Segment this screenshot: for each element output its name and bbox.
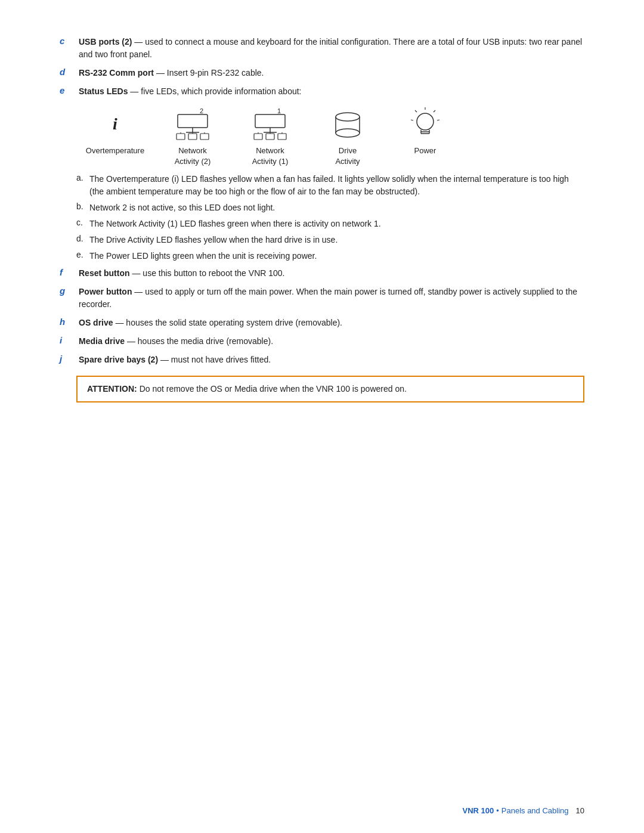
item-d-rest: — Insert 9-pin RS-232 cable. [154, 68, 264, 78]
power-icon [404, 106, 446, 142]
item-h-rest: — houses the solid state operating syste… [113, 318, 342, 327]
footer-bullet: • [496, 806, 499, 815]
item-j-label: j [60, 354, 76, 364]
svg-rect-16 [278, 134, 286, 140]
item-f-rest: — use this button to reboot the VNR 100. [130, 268, 285, 278]
item-d-text: RS-232 Comm port — Insert 9-pin RS-232 c… [79, 67, 584, 79]
svg-line-32 [415, 110, 417, 112]
drive-caption: Drive Activity [335, 145, 360, 167]
svg-rect-1 [178, 114, 208, 128]
sub-text-a: The Overtemperature (i) LED flashes yell… [89, 173, 584, 198]
power-caption: Power [414, 145, 436, 156]
item-e-bold: Status LEDs [79, 86, 128, 96]
item-h: h OS drive — houses the solid state oper… [60, 317, 584, 329]
item-f: f Reset button — use this button to rebo… [60, 267, 584, 280]
page-content: c USB ports (2) — used to connect a mous… [0, 0, 644, 460]
item-f-label: f [60, 267, 76, 277]
led-drive: Drive Activity [309, 106, 386, 167]
item-g: g Power button — used to apply or turn o… [60, 286, 584, 311]
footer-page: 10 [576, 806, 584, 815]
overtemperature-caption: Overtemperature [86, 145, 144, 156]
led-overtemperature: i Overtemperature [76, 106, 154, 156]
item-j-bold: Spare drive bays (2) [79, 355, 158, 364]
sub-text-e: The Power LED lights green when the unit… [89, 250, 584, 262]
sub-item-c: c. The Network Activity (1) LED flashes … [76, 218, 584, 230]
led-diagram: i Overtemperature 2 [76, 106, 584, 167]
item-g-rest: — used to apply or turn off the main pow… [79, 287, 577, 309]
network2-icon: 2 [172, 106, 213, 142]
item-d-bold: RS-232 Comm port [79, 68, 154, 78]
led-power: Power [386, 106, 464, 156]
overtemperature-icon: i [113, 106, 117, 142]
item-e-text: Status LEDs — five LEDs, which provide i… [79, 85, 584, 98]
item-i-bold: Media drive [79, 336, 125, 346]
drive-icon [327, 106, 369, 142]
network1-icon: 1 [249, 106, 291, 142]
sub-item-e: e. The Power LED lights green when the u… [76, 250, 584, 262]
footer-product: VNR 100 [462, 806, 494, 815]
item-e: e Status LEDs — five LEDs, which provide… [60, 85, 584, 98]
item-j: j Spare drive bays (2) — must not have d… [60, 354, 584, 366]
item-i-rest: — houses the media drive (removable). [125, 336, 273, 346]
sub-text-c: The Network Activity (1) LED flashes gre… [89, 218, 584, 230]
svg-text:2: 2 [200, 107, 203, 114]
item-e-label: e [60, 85, 76, 95]
item-j-text: Spare drive bays (2) — must not have dri… [79, 354, 584, 366]
svg-rect-4 [177, 134, 185, 140]
sub-label-a: a. [76, 173, 89, 182]
sub-label-b: b. [76, 202, 89, 211]
network1-caption: Network Activity (1) [252, 145, 289, 167]
attention-box: ATTENTION: Do not remove the OS or Media… [76, 376, 584, 402]
item-c: c USB ports (2) — used to connect a mous… [60, 36, 584, 61]
sub-item-d: d. The Drive Activity LED flashes yellow… [76, 234, 584, 246]
item-c-rest: — used to connect a mouse and keyboard f… [79, 37, 582, 59]
item-h-text: OS drive — houses the solid state operat… [79, 317, 584, 329]
svg-rect-5 [188, 134, 197, 140]
svg-line-31 [437, 120, 439, 120]
item-e-rest: — five LEDs, which provide information a… [128, 86, 301, 96]
network2-caption: Network Activity (2) [175, 145, 211, 167]
sub-item-a: a. The Overtemperature (i) LED flashes y… [76, 173, 584, 198]
sub-label-e: e. [76, 250, 89, 259]
item-g-text: Power button — used to apply or turn off… [79, 286, 584, 311]
svg-rect-11 [255, 114, 285, 128]
sub-label-d: d. [76, 234, 89, 243]
svg-point-24 [417, 113, 434, 130]
svg-rect-6 [200, 134, 209, 140]
item-h-label: h [60, 317, 76, 327]
item-c-text: USB ports (2) — used to connect a mouse … [79, 36, 584, 61]
item-f-text: Reset button — use this button to reboot… [79, 267, 584, 280]
attention-label: ATTENTION: [87, 384, 137, 394]
item-c-label: c [60, 36, 76, 46]
item-c-bold: USB ports (2) [79, 37, 132, 47]
sub-label-c: c. [76, 218, 89, 227]
svg-rect-14 [254, 134, 262, 140]
sub-list: a. The Overtemperature (i) LED flashes y… [76, 173, 584, 262]
item-h-bold: OS drive [79, 318, 113, 327]
led-network2: 2 Network Activity [154, 106, 231, 167]
page-footer: VNR 100 • Panels and Cabling 10 [462, 806, 584, 815]
svg-line-33 [411, 120, 413, 120]
svg-text:1: 1 [277, 107, 281, 114]
svg-point-23 [336, 129, 360, 137]
item-f-bold: Reset button [79, 268, 130, 278]
attention-text-content: Do not remove the OS or Media drive when… [140, 384, 407, 394]
footer-section: Panels and Cabling [501, 806, 569, 815]
item-i-text: Media drive — houses the media drive (re… [79, 335, 584, 348]
item-i: i Media drive — houses the media drive (… [60, 335, 584, 348]
led-network1: 1 Network Activity (1) [231, 106, 309, 167]
svg-rect-15 [266, 134, 274, 140]
item-i-label: i [60, 335, 76, 345]
sub-text-b: Network 2 is not active, so this LED doe… [89, 202, 584, 214]
item-d: d RS-232 Comm port — Insert 9-pin RS-232… [60, 67, 584, 79]
sub-item-b: b. Network 2 is not active, so this LED … [76, 202, 584, 214]
item-d-label: d [60, 67, 76, 77]
item-g-bold: Power button [79, 287, 132, 296]
svg-point-20 [336, 113, 360, 121]
item-g-label: g [60, 286, 76, 296]
svg-line-30 [434, 110, 435, 112]
item-j-rest: — must not have drives fitted. [158, 355, 271, 364]
sub-text-d: The Drive Activity LED flashes yellow wh… [89, 234, 584, 246]
